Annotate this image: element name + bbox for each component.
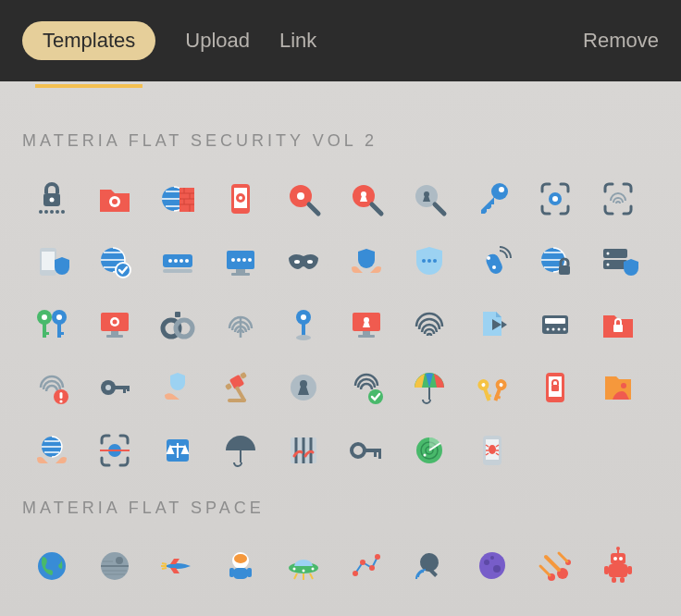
ufo-icon[interactable] (272, 535, 335, 598)
svg-point-1 (50, 198, 55, 203)
globe-hands-icon[interactable] (20, 419, 83, 482)
umbrella-color-icon[interactable] (398, 356, 461, 419)
svg-point-43 (185, 259, 189, 263)
meteor-shower-icon[interactable] (524, 535, 587, 598)
robot-icon[interactable] (587, 535, 650, 598)
death-star-icon[interactable] (83, 535, 146, 598)
jail-bars-icon[interactable] (272, 419, 335, 482)
key-fob-icon[interactable] (461, 230, 524, 293)
phone-lock-icon[interactable] (524, 356, 587, 419)
firewall-globe-icon[interactable] (146, 167, 209, 230)
globe-lock-icon[interactable] (524, 230, 587, 293)
svg-point-112 (300, 380, 307, 388)
theft-folder-icon[interactable] (587, 356, 650, 419)
keyhole-display-icon[interactable] (335, 293, 398, 356)
tab-upload[interactable]: Upload (185, 29, 250, 53)
svg-point-184 (484, 560, 489, 565)
fingerprint-large-icon[interactable] (398, 293, 461, 356)
svg-point-76 (113, 320, 118, 325)
svg-point-138 (352, 444, 365, 457)
svg-rect-92 (545, 318, 565, 324)
constellation-icon[interactable] (335, 535, 398, 598)
svg-point-180 (360, 560, 365, 565)
two-keys-gold-icon[interactable] (461, 356, 524, 419)
eye-monitor-icon[interactable] (83, 293, 146, 356)
remove-button[interactable]: Remove (583, 29, 659, 53)
svg-rect-69 (43, 332, 49, 335)
search-eye-icon[interactable] (272, 167, 335, 230)
svg-rect-197 (620, 577, 625, 583)
svg-point-48 (242, 258, 246, 262)
umbrella-solid-icon[interactable] (209, 419, 272, 482)
keyhole-search-icon[interactable] (335, 167, 398, 230)
biometric-scan-icon[interactable] (524, 167, 587, 230)
svg-rect-104 (123, 386, 126, 393)
satellite-icon[interactable] (398, 535, 461, 598)
spaceship-icon[interactable] (146, 535, 209, 598)
tab-link[interactable]: Link (279, 29, 316, 53)
two-keys-icon[interactable] (20, 293, 83, 356)
svg-point-148 (489, 445, 496, 454)
svg-rect-81 (175, 312, 180, 317)
eye-folder-icon[interactable] (83, 167, 146, 230)
hand-shield-icon[interactable] (146, 356, 209, 419)
phone-shield-icon[interactable] (20, 230, 83, 293)
anonymous-mask-icon[interactable] (272, 230, 335, 293)
lock-folder-icon[interactable] (587, 293, 650, 356)
barcode-scan-icon[interactable] (83, 419, 146, 482)
astronaut-icon[interactable] (209, 535, 272, 598)
document-share-icon[interactable] (461, 293, 524, 356)
handcuffs-icon[interactable] (146, 293, 209, 356)
key-icon[interactable] (461, 167, 524, 230)
svg-point-126 (621, 383, 626, 388)
keyhole-icon[interactable] (272, 356, 335, 419)
svg-line-164 (162, 568, 167, 569)
svg-point-21 (239, 196, 242, 200)
svg-rect-194 (604, 566, 609, 574)
earth-icon[interactable] (20, 535, 83, 598)
radar-icon[interactable] (398, 419, 461, 482)
phone-bug-icon[interactable] (461, 419, 524, 482)
svg-point-186 (490, 556, 494, 560)
fingerprint-icon[interactable] (209, 293, 272, 356)
svg-point-2 (39, 210, 43, 214)
privacy-phone-icon[interactable] (209, 167, 272, 230)
svg-point-49 (248, 258, 252, 262)
password-field-icon[interactable] (146, 230, 209, 293)
password-display-icon[interactable] (209, 230, 272, 293)
gavel-icon[interactable] (209, 356, 272, 419)
svg-point-34 (552, 196, 558, 202)
pin-keypad-icon[interactable] (524, 293, 587, 356)
svg-point-179 (353, 571, 358, 576)
old-key-icon[interactable] (335, 419, 398, 482)
pin-location-icon[interactable] (272, 293, 335, 356)
svg-point-23 (297, 192, 304, 200)
svg-rect-125 (551, 385, 559, 391)
tab-templates[interactable]: Templates (22, 21, 155, 60)
svg-point-145 (424, 454, 427, 457)
fingerprint-scan-icon[interactable] (587, 167, 650, 230)
svg-point-4 (50, 210, 54, 214)
asteroid-icon[interactable] (461, 535, 524, 598)
svg-rect-44 (163, 269, 192, 273)
shield-password-icon[interactable] (398, 230, 461, 293)
svg-point-84 (301, 314, 306, 320)
server-shield-icon[interactable] (587, 230, 650, 293)
fingerprint-alert-icon[interactable] (20, 356, 83, 419)
padlock-password-icon[interactable] (20, 167, 83, 230)
icon-panel: MATERIA FLAT SECURITY VOL 2 (0, 81, 681, 616)
svg-point-93 (547, 328, 550, 331)
svg-point-64 (607, 253, 610, 255)
svg-rect-129 (100, 450, 130, 451)
svg-rect-110 (228, 399, 246, 402)
key-small-icon[interactable] (83, 356, 146, 419)
svg-rect-121 (494, 388, 502, 401)
law-scales-icon[interactable] (146, 419, 209, 482)
secure-globe-check-icon[interactable] (83, 230, 146, 293)
fingerprint-verified-icon[interactable] (335, 356, 398, 419)
keyhole-zoom-icon[interactable] (398, 167, 461, 230)
svg-point-172 (312, 568, 315, 571)
shield-hands-icon[interactable] (335, 230, 398, 293)
svg-point-102 (105, 385, 111, 390)
svg-point-95 (558, 328, 561, 331)
